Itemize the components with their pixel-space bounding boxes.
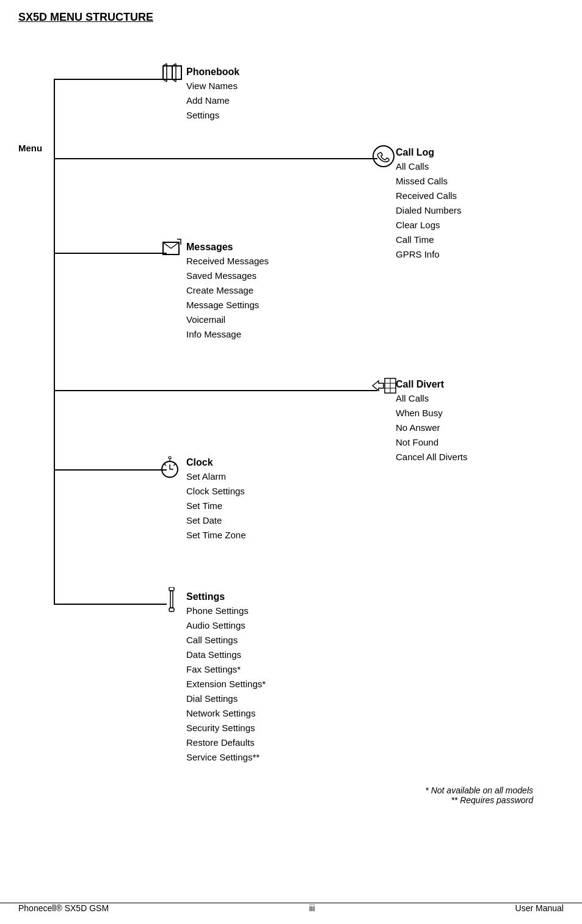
- clock-title: Clock: [186, 457, 246, 468]
- messages-block: Messages Received Messages Saved Message…: [186, 242, 269, 342]
- calllog-hline: [54, 158, 377, 159]
- list-item: Create Message: [186, 283, 269, 298]
- calllog-title: Call Log: [396, 147, 462, 158]
- list-item: All Calls: [396, 391, 468, 406]
- calldivert-icon: [371, 375, 397, 400]
- list-item: Network Settings: [186, 706, 266, 721]
- list-item: Set Alarm: [186, 469, 246, 484]
- calldivert-title: Call Divert: [396, 379, 468, 390]
- diagram-container: Menu Phonebook View Names Add Name Setti…: [0, 30, 582, 854]
- list-item: GPRS Info: [396, 247, 462, 262]
- footer: Phonecell® SX5D GSM iii User Manual: [0, 903, 582, 913]
- list-item: Voicemail: [186, 312, 269, 327]
- list-item: Missed Calls: [396, 174, 462, 189]
- calllog-block: Call Log All Calls Missed Calls Received…: [396, 147, 462, 262]
- phonebook-title: Phonebook: [186, 67, 239, 78]
- svg-line-10: [163, 242, 171, 248]
- settings-title: Settings: [186, 591, 266, 602]
- footer-center: iii: [309, 903, 315, 913]
- list-item: Dial Settings: [186, 691, 266, 706]
- list-item: Phone Settings: [186, 604, 266, 618]
- footnote-2: ** Requires password: [425, 795, 533, 805]
- settings-items: Phone Settings Audio Settings Call Setti…: [186, 604, 266, 765]
- list-item: Call Settings: [186, 633, 266, 648]
- settings-hline: [54, 604, 167, 605]
- list-item: Restore Defaults: [186, 735, 266, 750]
- list-item: View Names: [186, 79, 239, 93]
- page-title: SX5D MENU STRUCTURE: [0, 0, 582, 24]
- list-item: Fax Settings*: [186, 662, 266, 677]
- list-item: Received Calls: [396, 189, 462, 203]
- messages-items: Received Messages Saved Messages Create …: [186, 254, 269, 342]
- list-item: Add Name: [186, 93, 239, 108]
- clock-block: Clock Set Alarm Clock Settings Set Time …: [186, 457, 246, 543]
- clock-items: Set Alarm Clock Settings Set Time Set Da…: [186, 469, 246, 543]
- footer-right: User Manual: [515, 903, 564, 913]
- list-item: Extension Settings*: [186, 677, 266, 691]
- svg-rect-23: [169, 587, 174, 591]
- list-item: Not Found: [396, 435, 468, 450]
- phonebook-block: Phonebook View Names Add Name Settings: [186, 67, 239, 123]
- phonebook-icon: [162, 63, 184, 88]
- list-item: Clear Logs: [396, 218, 462, 233]
- svg-point-21: [169, 457, 171, 459]
- svg-rect-24: [170, 591, 173, 608]
- menu-label: Menu: [18, 143, 42, 153]
- list-item: Set Time: [186, 499, 246, 513]
- calldivert-items: All Calls When Busy No Answer Not Found …: [396, 391, 468, 464]
- list-item: Cancel All Diverts: [396, 450, 468, 464]
- phonebook-hline: [54, 79, 167, 80]
- list-item: All Calls: [396, 159, 462, 174]
- list-item: Set Date: [186, 513, 246, 528]
- list-item: No Answer: [396, 420, 468, 435]
- clock-hline: [54, 469, 167, 471]
- messages-icon: [161, 237, 184, 262]
- list-item: Settings: [186, 108, 239, 123]
- list-item: Service Settings**: [186, 750, 266, 765]
- svg-point-8: [373, 146, 394, 167]
- list-item: Info Message: [186, 327, 269, 342]
- list-item: Set Time Zone: [186, 528, 246, 543]
- footnote-1: * Not available on all models: [425, 785, 533, 795]
- list-item: Data Settings: [186, 648, 266, 662]
- list-item: Message Settings: [186, 298, 269, 312]
- list-item: Security Settings: [186, 721, 266, 735]
- list-item: When Busy: [396, 406, 468, 420]
- svg-rect-0: [163, 66, 172, 79]
- messages-title: Messages: [186, 242, 269, 253]
- calldivert-block: Call Divert All Calls When Busy No Answe…: [396, 379, 468, 464]
- list-item: Saved Messages: [186, 269, 269, 283]
- settings-icon: [162, 587, 181, 615]
- clock-icon: [158, 455, 182, 482]
- settings-block: Settings Phone Settings Audio Settings C…: [186, 591, 266, 765]
- list-item: Dialed Numbers: [396, 203, 462, 218]
- calllog-items: All Calls Missed Calls Received Calls Di…: [396, 159, 462, 262]
- calllog-icon: [372, 145, 395, 170]
- main-vertical-line: [54, 79, 55, 604]
- svg-rect-1: [172, 66, 181, 79]
- list-item: Received Messages: [186, 254, 269, 269]
- list-item: Call Time: [396, 233, 462, 247]
- list-item: Clock Settings: [186, 484, 246, 499]
- list-item: Audio Settings: [186, 618, 266, 633]
- calldivert-hline: [54, 390, 377, 391]
- messages-hline: [54, 253, 167, 254]
- footer-left: Phonecell® SX5D GSM: [18, 903, 109, 913]
- svg-rect-25: [169, 608, 174, 612]
- svg-line-11: [171, 242, 179, 248]
- phonebook-items: View Names Add Name Settings: [186, 79, 239, 123]
- footnotes: * Not available on all models ** Require…: [425, 785, 533, 805]
